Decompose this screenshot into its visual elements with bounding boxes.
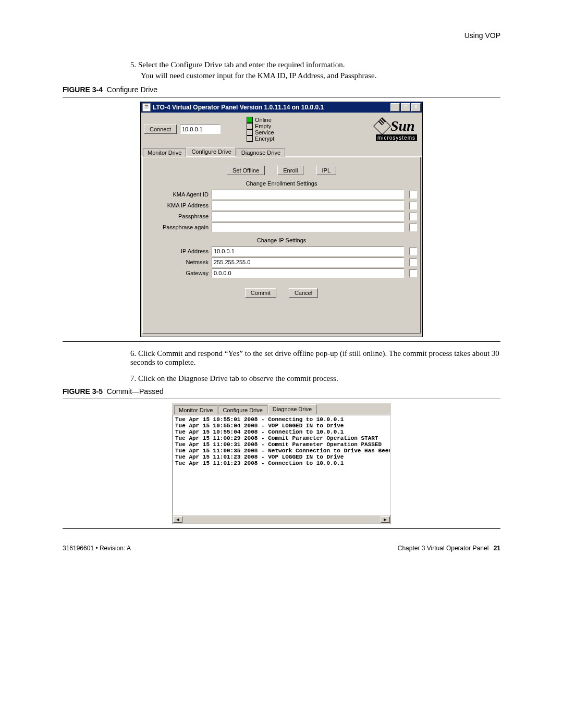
scroll-left-icon[interactable]: ◄	[173, 516, 182, 523]
passphrase-again-checkbox[interactable]	[409, 224, 417, 231]
status-online: Online	[255, 117, 272, 123]
gateway-input[interactable]	[212, 268, 404, 278]
footer-page-number: 21	[494, 545, 500, 552]
page-footer: 316196601 • Revision: A Chapter 3 Virtua…	[63, 545, 500, 552]
led-encrypt-icon	[247, 135, 253, 142]
sun-logo-sub: microsystems	[376, 134, 417, 141]
figure-3-4-label: FIGURE 3-4 Configure Drive	[63, 85, 500, 94]
footer-left: 316196601 • Revision: A	[63, 545, 131, 552]
tab-diagnose-drive[interactable]: Diagnose Drive	[237, 148, 285, 157]
step-6: 6. Click Commit and respond “Yes” to the…	[130, 349, 500, 367]
status-empty: Empty	[255, 123, 271, 129]
enroll-button[interactable]: Enroll	[277, 166, 303, 175]
kma-ip-checkbox[interactable]	[409, 202, 417, 209]
maximize-button[interactable]: □	[401, 103, 410, 112]
kma-agent-id-checkbox[interactable]	[409, 191, 417, 199]
connect-button[interactable]: Connect	[144, 125, 177, 134]
figure-3-4-num: FIGURE 3-4	[63, 85, 103, 94]
status-service: Service	[255, 129, 274, 135]
kma-agent-id-label: KMA Agent ID	[146, 191, 209, 198]
tab-monitor-drive-2[interactable]: Monitor Drive	[174, 405, 217, 414]
figure-3-5-frame: Monitor Drive Configure Drive Diagnose D…	[63, 399, 500, 529]
figure-3-4-frame: LTO-4 Virtual Operator Panel Version 1.0…	[63, 97, 500, 342]
passphrase-checkbox[interactable]	[409, 213, 417, 220]
connect-ip-input[interactable]	[180, 125, 221, 134]
minimize-button[interactable]: _	[390, 103, 400, 112]
vop-window: LTO-4 Virtual Operator Panel Version 1.0…	[140, 102, 423, 337]
sun-diamond-icon	[373, 117, 391, 135]
passphrase-again-input[interactable]	[212, 223, 404, 232]
kma-ip-input[interactable]	[212, 201, 404, 210]
commit-button[interactable]: Commit	[245, 288, 276, 298]
kma-agent-id-input[interactable]	[212, 190, 404, 199]
configure-tab-body: Set Offline Enroll IPL Change Enrollment…	[142, 157, 421, 334]
status-encrypt: Encrypt	[255, 135, 274, 142]
footer-right: Chapter 3 Virtual Operator Panel 21	[398, 545, 500, 552]
ipl-button[interactable]: IPL	[316, 166, 337, 175]
tabstrip: Monitor Drive Configure Drive Diagnose D…	[141, 147, 422, 157]
tab-diagnose-drive-2[interactable]: Diagnose Drive	[268, 404, 316, 414]
diagnose-window: Monitor Drive Configure Drive Diagnose D…	[172, 403, 391, 524]
sun-logo-text: Sun	[390, 118, 415, 134]
sun-logo: Sun microsystems	[376, 118, 419, 141]
close-button[interactable]: ×	[411, 103, 421, 112]
gateway-checkbox[interactable]	[409, 269, 417, 277]
tab-configure-drive[interactable]: Configure Drive	[187, 147, 236, 156]
titlebar: LTO-4 Virtual Operator Panel Version 1.0…	[141, 102, 422, 113]
ip-section-title: Change IP Settings	[146, 237, 417, 243]
figure-3-5-label: FIGURE 3-5 Commit—Passed	[63, 387, 500, 396]
tab-monitor-drive[interactable]: Monitor Drive	[143, 148, 186, 157]
netmask-input[interactable]	[212, 257, 404, 267]
diagnose-log-text: Tue Apr 15 10:55:01 2008 - Connecting to…	[173, 415, 390, 467]
passphrase-input[interactable]	[212, 212, 404, 221]
led-service-icon	[247, 129, 253, 135]
ip-address-input[interactable]	[212, 246, 404, 256]
ip-address-checkbox[interactable]	[409, 248, 417, 255]
step-5: 5. Select the Configure Drive tab and en…	[130, 60, 500, 69]
tab-configure-drive-2[interactable]: Configure Drive	[218, 405, 267, 414]
figure-3-5-num: FIGURE 3-5	[63, 387, 103, 396]
cancel-button[interactable]: Cancel	[289, 288, 318, 298]
ip-address-label: IP Address	[146, 248, 209, 254]
figure-3-5-caption: Commit—Passed	[107, 387, 164, 396]
top-row: Connect Online Empty Service Encrypt Sun…	[141, 113, 422, 145]
scroll-right-icon[interactable]: ►	[381, 516, 390, 523]
enrollment-section-title: Change Enrollment Settings	[146, 180, 417, 187]
page-header: Using VOP	[63, 31, 500, 40]
passphrase-label: Passphrase	[146, 213, 209, 219]
horizontal-scrollbar[interactable]: ◄ ►	[173, 515, 390, 524]
status-block: Online Empty Service Encrypt	[247, 117, 274, 142]
led-online-icon	[247, 117, 253, 123]
figure-3-4-caption: Configure Drive	[107, 85, 157, 94]
netmask-checkbox[interactable]	[409, 258, 417, 266]
passphrase-again-label: Passphrase again	[146, 224, 209, 230]
kma-ip-label: KMA IP Address	[146, 202, 209, 208]
set-offline-button[interactable]: Set Offline	[227, 166, 265, 175]
diagnose-log-box: Tue Apr 15 10:55:01 2008 - Connecting to…	[173, 415, 390, 515]
gateway-label: Gateway	[146, 270, 209, 276]
window-title: LTO-4 Virtual Operator Panel Version 1.0…	[153, 104, 389, 111]
led-empty-icon	[247, 123, 253, 129]
java-icon	[142, 103, 151, 112]
diagnose-tabstrip: Monitor Drive Configure Drive Diagnose D…	[172, 403, 391, 414]
netmask-label: Netmask	[146, 259, 209, 265]
footer-chapter: Chapter 3 Virtual Operator Panel	[398, 545, 489, 552]
step-7: 7. Click on the Diagnose Drive tab to ob…	[130, 374, 500, 383]
step-5-sub: You will need customer input for the KMA…	[141, 71, 500, 80]
